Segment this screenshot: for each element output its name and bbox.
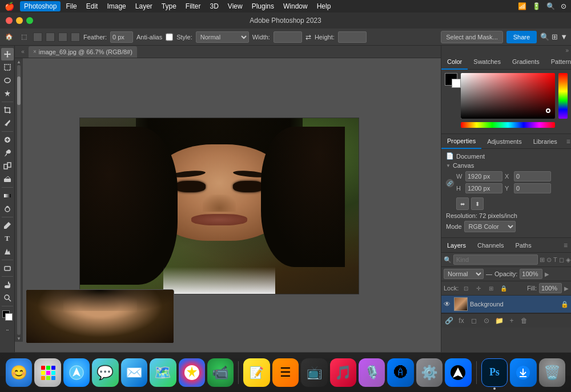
height-input[interactable] bbox=[338, 31, 367, 43]
opacity-stepper-icon[interactable]: ▶ bbox=[545, 271, 549, 277]
scroll-thumb-v[interactable] bbox=[17, 76, 21, 105]
dock-item-photoshop[interactable]: Ps bbox=[481, 358, 508, 387]
tool-eraser[interactable] bbox=[1, 173, 14, 185]
menu-view[interactable]: View bbox=[224, 1, 247, 11]
fill-stepper-icon[interactable]: ▶ bbox=[564, 285, 569, 292]
add-adjustment-icon[interactable]: ⊙ bbox=[481, 316, 492, 326]
dock-item-maps[interactable]: 🗺️ bbox=[150, 358, 176, 387]
tool-move[interactable] bbox=[1, 48, 14, 60]
menu-type[interactable]: Type bbox=[158, 1, 180, 11]
color-selector[interactable] bbox=[2, 310, 13, 321]
landscape-button[interactable]: ⬍ bbox=[471, 197, 484, 210]
tab-swatches[interactable]: Swatches bbox=[468, 55, 506, 70]
menu-file[interactable]: File bbox=[62, 1, 81, 11]
layer-lock-icon[interactable]: 🔒 bbox=[561, 301, 569, 308]
document-tab[interactable]: × image_69.jpg @ 66.7% (RGB/8#) bbox=[29, 46, 137, 58]
color-bar-vertical[interactable] bbox=[558, 73, 568, 119]
tab-color[interactable]: Color bbox=[441, 55, 468, 70]
layer-item-background[interactable]: 👁 Background 🔒 bbox=[441, 296, 571, 313]
tool-clone[interactable] bbox=[1, 160, 14, 172]
smartobj-filter-icon[interactable]: ◈ bbox=[566, 256, 570, 264]
tool-lasso[interactable] bbox=[1, 74, 14, 87]
tool-zoom[interactable] bbox=[1, 292, 14, 304]
dock-item-finder[interactable]: 😊 bbox=[6, 358, 32, 387]
control-center-icon[interactable]: ⊙ bbox=[561, 2, 566, 10]
lock-all-icon[interactable]: 🔒 bbox=[498, 283, 509, 293]
tool-more[interactable]: ··· bbox=[1, 324, 14, 336]
link-icon[interactable]: 🔗 bbox=[446, 179, 454, 187]
lock-artboards-icon[interactable]: ⊞ bbox=[486, 283, 496, 293]
lock-pixels-icon[interactable]: ⊡ bbox=[461, 283, 471, 293]
background-color[interactable] bbox=[5, 313, 13, 321]
dock-item-safari[interactable] bbox=[63, 358, 90, 387]
lock-position-icon[interactable]: ✛ bbox=[473, 283, 484, 293]
minimize-button[interactable] bbox=[16, 17, 23, 24]
tool-brush[interactable] bbox=[1, 147, 14, 159]
marquee-options-icon[interactable]: ⬚ bbox=[18, 31, 30, 43]
dock-item-reminders[interactable]: ☰ bbox=[272, 358, 299, 387]
mode-select[interactable]: RGB Color CMYK Color Grayscale Lab Color bbox=[464, 221, 516, 232]
canvas-image[interactable] bbox=[79, 118, 359, 294]
share-button[interactable]: Share bbox=[506, 31, 537, 43]
canvas-x-input[interactable] bbox=[514, 171, 551, 181]
dock-item-tv[interactable]: 📺 bbox=[301, 358, 327, 387]
background-swatch[interactable] bbox=[452, 79, 461, 88]
tool-shape[interactable] bbox=[1, 262, 14, 274]
menu-plugins[interactable]: Plugins bbox=[248, 1, 278, 11]
dock-item-podcasts[interactable]: 🎙️ bbox=[359, 358, 385, 387]
delete-layer-icon[interactable]: 🗑 bbox=[519, 316, 529, 326]
tool-marquee[interactable] bbox=[1, 61, 14, 74]
opacity-input[interactable] bbox=[520, 269, 542, 279]
tab-channels[interactable]: Channels bbox=[472, 238, 509, 253]
canvas-width-input[interactable] bbox=[465, 171, 502, 181]
pixel-filter-icon[interactable]: ⊞ bbox=[540, 256, 545, 264]
dock-item-mail[interactable]: ✉️ bbox=[121, 358, 147, 387]
add-style-icon[interactable]: fx bbox=[456, 316, 467, 326]
feather-input[interactable] bbox=[110, 31, 133, 43]
tab-adjustments[interactable]: Adjustments bbox=[481, 134, 528, 149]
dock-item-download[interactable] bbox=[510, 358, 536, 387]
search-canvas-icon[interactable]: 🔍 bbox=[540, 33, 549, 41]
menu-image[interactable]: Image bbox=[103, 1, 130, 11]
add-layer-icon[interactable]: + bbox=[506, 316, 517, 326]
layer-visibility-icon[interactable]: 👁 bbox=[444, 300, 452, 308]
dock-item-launchpad[interactable] bbox=[34, 358, 61, 387]
width-input[interactable] bbox=[274, 31, 302, 43]
tool-gradient[interactable] bbox=[1, 189, 14, 202]
canvas-y-input[interactable] bbox=[514, 183, 551, 193]
adjustment-filter-icon[interactable]: ⊙ bbox=[546, 256, 552, 264]
tool-burn[interactable] bbox=[1, 203, 14, 215]
anti-alias-checkbox[interactable] bbox=[166, 31, 173, 43]
tool-healing[interactable] bbox=[1, 134, 14, 146]
properties-panel-menu-icon[interactable]: ≡ bbox=[563, 138, 571, 146]
add-mask-icon[interactable]: ◻ bbox=[469, 316, 479, 326]
scroll-up-icon[interactable]: ▲ bbox=[17, 59, 21, 64]
swap-icon[interactable]: ⇄ bbox=[305, 33, 311, 41]
tool-magic-wand[interactable] bbox=[1, 87, 14, 100]
tool-path-selection[interactable] bbox=[1, 245, 14, 258]
menu-3d[interactable]: 3D bbox=[206, 1, 223, 11]
tab-libraries[interactable]: Libraries bbox=[528, 134, 563, 149]
tab-layers[interactable]: Layers bbox=[441, 238, 472, 253]
shape-filter-icon[interactable]: ◻ bbox=[559, 256, 564, 264]
tab-patterns[interactable]: Patterns bbox=[545, 55, 571, 70]
link-layers-icon[interactable]: 🔗 bbox=[444, 316, 454, 326]
add-group-icon[interactable]: 📁 bbox=[494, 316, 504, 326]
layers-panel-menu-icon[interactable]: ≡ bbox=[560, 241, 571, 249]
menu-window[interactable]: Window bbox=[279, 1, 312, 11]
panels-collapse[interactable]: « bbox=[17, 49, 29, 55]
dock-item-marks[interactable] bbox=[445, 358, 471, 387]
dock-item-trash[interactable]: 🗑️ bbox=[539, 358, 565, 387]
menu-layer[interactable]: Layer bbox=[131, 1, 156, 11]
dock-item-appstore[interactable]: 🅐 bbox=[387, 358, 413, 387]
color-spectrum[interactable] bbox=[461, 73, 555, 119]
menu-filter[interactable]: Filter bbox=[182, 1, 205, 11]
tab-gradients[interactable]: Gradients bbox=[506, 55, 545, 70]
tab-paths[interactable]: Paths bbox=[510, 238, 537, 253]
panels-icon[interactable]: ⊞ bbox=[552, 33, 558, 41]
layers-search-input[interactable] bbox=[453, 254, 538, 265]
menu-photoshop[interactable]: Photoshop bbox=[20, 1, 61, 11]
dock-item-music[interactable]: 🎵 bbox=[330, 358, 356, 387]
dock-item-notes[interactable]: 📝 bbox=[243, 358, 270, 387]
type-filter-icon[interactable]: T bbox=[553, 256, 557, 264]
